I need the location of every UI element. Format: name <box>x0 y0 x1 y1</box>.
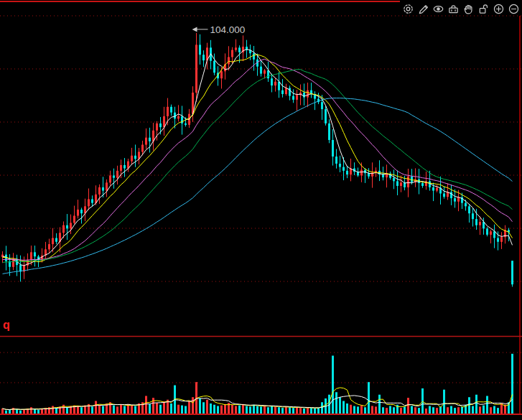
pan-hand-icon[interactable] <box>462 3 475 15</box>
zoom-in-icon[interactable] <box>493 3 505 15</box>
zoom-out-icon[interactable] <box>508 3 520 15</box>
unlock-icon[interactable] <box>477 3 490 15</box>
peak-annotation: 104.000 <box>192 24 246 35</box>
draw-pen-icon[interactable] <box>417 3 429 15</box>
view-eye-icon[interactable] <box>432 3 444 15</box>
chart-toolbar <box>402 3 520 15</box>
toolbox-icon[interactable] <box>447 3 460 15</box>
annotation-arrow-icon <box>192 27 197 32</box>
indicator-label-q: q <box>3 319 10 332</box>
price-ma-lines <box>3 50 513 274</box>
settings-gear-icon[interactable] <box>402 3 414 15</box>
chart-app-window: 104.000 q <box>0 0 522 420</box>
kline-chart-canvas[interactable]: 104.000 <box>0 0 522 420</box>
candlesticks <box>1 33 513 287</box>
price-annotation-label: 104.000 <box>210 24 246 35</box>
